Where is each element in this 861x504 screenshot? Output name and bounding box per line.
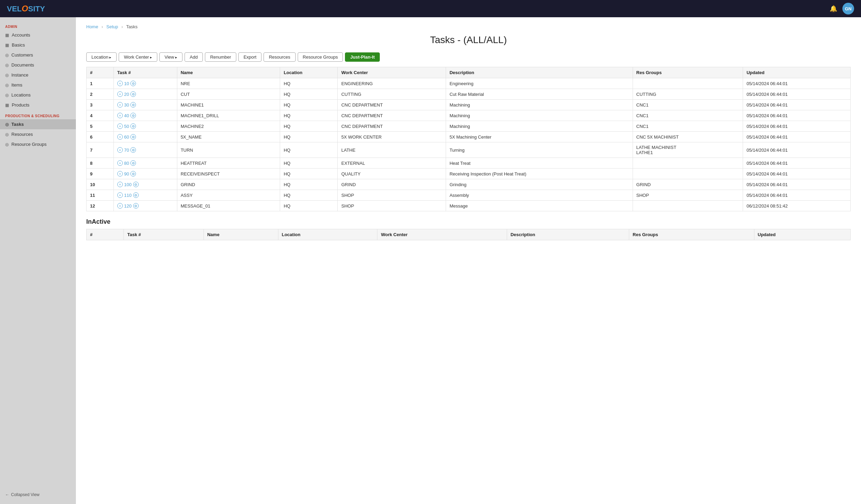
- resources-button[interactable]: Resources: [264, 52, 295, 62]
- sidebar-item-label: Accounts: [12, 32, 30, 38]
- row-name: CUT: [177, 89, 280, 100]
- row-num[interactable]: 9: [87, 169, 114, 179]
- row-updated: 05/14/2024 06:44:01: [743, 169, 851, 179]
- settings-icon[interactable]: ⚙: [130, 147, 136, 153]
- export-button[interactable]: Export: [238, 52, 262, 62]
- task-number[interactable]: 30: [124, 102, 129, 108]
- table-row: 6 + 60 ⚙ 5X_NAME HQ 5X WORK CENTER 5X Ma…: [87, 132, 851, 142]
- task-number[interactable]: 50: [124, 124, 129, 129]
- row-location: HQ: [280, 121, 338, 132]
- row-work-center: GRIND: [338, 179, 446, 190]
- expand-icon[interactable]: +: [117, 147, 123, 153]
- row-res-groups: CNC1: [633, 121, 743, 132]
- row-updated: 05/14/2024 06:44:01: [743, 121, 851, 132]
- expand-icon[interactable]: +: [117, 160, 123, 166]
- renumber-button[interactable]: Renumber: [205, 52, 236, 62]
- task-number[interactable]: 10: [124, 81, 129, 86]
- expand-icon[interactable]: +: [117, 123, 123, 129]
- expand-icon[interactable]: +: [117, 134, 123, 140]
- add-button[interactable]: Add: [185, 52, 203, 62]
- settings-icon[interactable]: ⚙: [133, 182, 139, 187]
- notification-bell-icon[interactable]: 🔔: [830, 5, 837, 12]
- task-number[interactable]: 120: [124, 203, 132, 209]
- settings-icon[interactable]: ⚙: [130, 171, 136, 177]
- task-number[interactable]: 80: [124, 161, 129, 166]
- sidebar-item-products[interactable]: ▦ Products: [0, 100, 76, 110]
- expand-icon[interactable]: +: [117, 203, 123, 209]
- task-number[interactable]: 40: [124, 113, 129, 118]
- settings-icon[interactable]: ⚙: [130, 160, 136, 166]
- products-icon: ▦: [5, 103, 9, 108]
- topnav-right: 🔔 GN: [830, 3, 854, 14]
- sidebar-item-customers[interactable]: ◎ Customers: [0, 50, 76, 60]
- row-num[interactable]: 7: [87, 142, 114, 158]
- settings-icon[interactable]: ⚙: [130, 134, 136, 140]
- work-center-button[interactable]: Work Center: [119, 52, 157, 62]
- col-header-task: Task #: [113, 67, 177, 78]
- task-number[interactable]: 20: [124, 92, 129, 97]
- resource-groups-button[interactable]: Resource Groups: [298, 52, 343, 62]
- sidebar-item-basics[interactable]: ▦ Basics: [0, 40, 76, 50]
- row-num[interactable]: 10: [87, 179, 114, 190]
- row-updated: 05/14/2024 06:44:01: [743, 142, 851, 158]
- settings-icon[interactable]: ⚙: [130, 123, 136, 129]
- expand-icon[interactable]: +: [117, 113, 123, 118]
- task-number[interactable]: 100: [124, 182, 132, 187]
- view-button[interactable]: View: [159, 52, 182, 62]
- row-num[interactable]: 3: [87, 100, 114, 110]
- user-avatar[interactable]: GN: [842, 3, 854, 14]
- row-work-center: CNC DEPARTMENT: [338, 100, 446, 110]
- expand-icon[interactable]: +: [117, 182, 123, 187]
- location-button[interactable]: Location: [86, 52, 117, 62]
- sidebar-item-accounts[interactable]: ▦ Accounts: [0, 30, 76, 40]
- task-number[interactable]: 90: [124, 171, 129, 177]
- breadcrumb-current: Tasks: [126, 24, 138, 29]
- row-res-groups: LATHE MACHINISTLATHE1: [633, 142, 743, 158]
- breadcrumb-setup[interactable]: Setup: [106, 24, 118, 29]
- row-num[interactable]: 5: [87, 121, 114, 132]
- row-num[interactable]: 8: [87, 158, 114, 169]
- expand-icon[interactable]: +: [117, 91, 123, 97]
- expand-icon[interactable]: +: [117, 171, 123, 177]
- row-num[interactable]: 11: [87, 190, 114, 201]
- sidebar-item-items[interactable]: ◎ Items: [0, 80, 76, 90]
- row-description: Machining: [446, 100, 633, 110]
- row-name: MACHINE2: [177, 121, 280, 132]
- sidebar-item-instance[interactable]: ◎ Instance: [0, 70, 76, 80]
- sidebar-item-label: Products: [12, 102, 29, 108]
- col-header-work-center: Work Center: [338, 67, 446, 78]
- row-num[interactable]: 12: [87, 201, 114, 211]
- row-num[interactable]: 4: [87, 110, 114, 121]
- expand-icon[interactable]: +: [117, 102, 123, 108]
- row-work-center: EXTERNAL: [338, 158, 446, 169]
- settings-icon[interactable]: ⚙: [130, 102, 136, 108]
- task-number[interactable]: 60: [124, 134, 129, 140]
- row-updated: 05/14/2024 06:44:01: [743, 158, 851, 169]
- settings-icon[interactable]: ⚙: [130, 91, 136, 97]
- table-row: 3 + 30 ⚙ MACHINE1 HQ CNC DEPARTMENT Mach…: [87, 100, 851, 110]
- expand-icon[interactable]: +: [117, 192, 123, 198]
- sidebar-item-tasks[interactable]: ◎ Tasks: [0, 119, 76, 129]
- task-number[interactable]: 70: [124, 148, 129, 153]
- breadcrumb-home[interactable]: Home: [86, 24, 98, 29]
- expand-icon[interactable]: +: [117, 81, 123, 86]
- sidebar-item-locations[interactable]: ◎ Locations: [0, 90, 76, 100]
- just-plan-it-button[interactable]: Just-Plan-It: [345, 52, 380, 62]
- sidebar-item-resource-groups[interactable]: ◎ Resource Groups: [0, 139, 76, 149]
- row-num[interactable]: 2: [87, 89, 114, 100]
- sidebar-item-documents[interactable]: ◎ Documents: [0, 60, 76, 70]
- collapsed-view-button[interactable]: ← Collapsed View: [0, 489, 76, 501]
- table-row: 8 + 80 ⚙ HEATTREAT HQ EXTERNAL Heat Trea…: [87, 158, 851, 169]
- collapsed-view-label: Collapsed View: [11, 492, 40, 497]
- row-description: Heat Treat: [446, 158, 633, 169]
- sidebar-item-resources[interactable]: ◎ Resources: [0, 129, 76, 139]
- row-task-num: + 20 ⚙: [113, 89, 177, 100]
- row-num[interactable]: 1: [87, 78, 114, 89]
- settings-icon[interactable]: ⚙: [130, 81, 136, 86]
- row-res-groups: [633, 169, 743, 179]
- settings-icon[interactable]: ⚙: [133, 192, 139, 198]
- row-num[interactable]: 6: [87, 132, 114, 142]
- task-number[interactable]: 110: [124, 193, 132, 198]
- settings-icon[interactable]: ⚙: [130, 113, 136, 118]
- settings-icon[interactable]: ⚙: [133, 203, 139, 209]
